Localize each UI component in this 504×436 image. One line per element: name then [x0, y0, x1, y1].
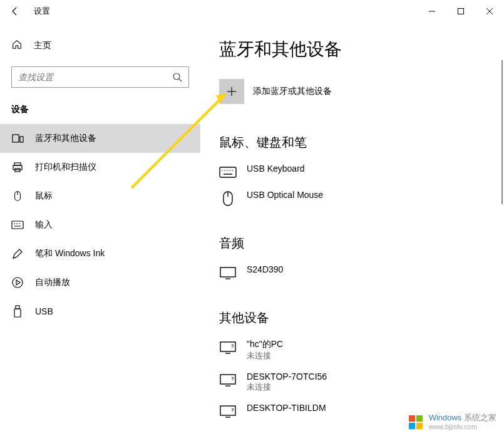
- watermark-text: 系统之家: [464, 413, 496, 422]
- watermark-url: www.bjjmlv.com: [429, 423, 496, 431]
- sidebar-item-autoplay[interactable]: 自动播放: [0, 268, 200, 297]
- svg-rect-34: [220, 342, 235, 351]
- svg-rect-44: [409, 423, 415, 429]
- home-icon: [11, 39, 23, 53]
- monitor-icon: [219, 266, 237, 281]
- svg-rect-1: [458, 9, 464, 14]
- search-input[interactable]: [18, 72, 172, 82]
- svg-rect-43: [416, 415, 423, 422]
- keyboard-icon: [11, 219, 24, 231]
- sidebar-item-pen[interactable]: 笔和 Windows Ink: [0, 239, 200, 268]
- sidebar-item-label: 鼠标: [35, 190, 53, 202]
- watermark-text: Windows: [429, 413, 462, 422]
- svg-rect-8: [14, 163, 21, 165]
- svg-rect-6: [13, 135, 19, 142]
- main-content: 蓝牙和其他设备 添加蓝牙或其他设备 鼠标、键盘和笔 USB Keyboard: [200, 23, 504, 436]
- device-name: DESKTOP-7OTCI56: [247, 371, 327, 382]
- sidebar-item-typing[interactable]: 输入: [0, 210, 200, 239]
- section-title: 音频: [219, 235, 485, 252]
- watermark: Windows 系统之家 www.bjjmlv.com: [408, 413, 496, 431]
- search-box[interactable]: [11, 66, 189, 88]
- pc-icon: [219, 404, 237, 419]
- back-button[interactable]: [8, 4, 23, 19]
- pc-icon: [219, 340, 237, 355]
- sidebar-item-bluetooth[interactable]: 蓝牙和其他设备: [0, 124, 200, 153]
- svg-rect-20: [14, 309, 21, 317]
- section-mouse-keyboard: 鼠标、键盘和笔 USB Keyboard USB Optical Mouse: [219, 134, 485, 211]
- sidebar-item-label: 蓝牙和其他设备: [35, 133, 96, 144]
- keyboard-icon: [219, 165, 237, 180]
- home-label: 主页: [34, 40, 51, 51]
- svg-rect-23: [220, 167, 236, 177]
- device-status: 未连接: [247, 350, 283, 361]
- svg-point-25: [224, 170, 225, 171]
- search-icon: [172, 72, 182, 82]
- svg-point-27: [229, 170, 230, 171]
- device-status: 未连接: [247, 382, 327, 393]
- svg-line-5: [179, 79, 182, 81]
- device-item[interactable]: USB Keyboard: [219, 158, 485, 185]
- mouse-icon: [219, 191, 237, 206]
- sidebar: 主页 设备 蓝牙和其他设备 打印机和扫描仪 鼠标: [0, 23, 200, 436]
- device-name: DESKTOP-TIBILDM: [247, 403, 326, 413]
- page-title: 蓝牙和其他设备: [219, 38, 485, 61]
- svg-point-4: [173, 73, 180, 80]
- sidebar-item-label: USB: [35, 306, 53, 316]
- sidebar-item-label: 自动播放: [35, 277, 70, 288]
- device-item[interactable]: S24D390: [219, 259, 485, 286]
- scrollbar[interactable]: [501, 60, 503, 204]
- section-title: 其他设备: [219, 309, 485, 326]
- section-title: 鼠标、键盘和笔: [219, 134, 485, 151]
- svg-point-18: [13, 278, 23, 288]
- maximize-button[interactable]: [446, 1, 475, 21]
- section-other: 其他设备 "hc"的PC 未连接 DESKTOP-7OTCI56 未连接: [219, 309, 485, 424]
- svg-rect-13: [12, 221, 23, 229]
- close-button[interactable]: [475, 1, 504, 21]
- svg-point-28: [232, 170, 233, 171]
- sidebar-item-label: 打印机和扫描仪: [35, 162, 96, 173]
- device-item[interactable]: "hc"的PC 未连接: [219, 334, 485, 366]
- svg-rect-32: [220, 267, 235, 277]
- svg-rect-7: [20, 137, 23, 142]
- device-item[interactable]: USB Optical Mouse: [219, 185, 485, 211]
- sidebar-item-printers[interactable]: 打印机和扫描仪: [0, 153, 200, 182]
- svg-point-26: [227, 170, 228, 171]
- pen-icon: [11, 247, 24, 260]
- add-device-label: 添加蓝牙或其他设备: [253, 86, 332, 97]
- device-name: "hc"的PC: [247, 339, 283, 350]
- printer-icon: [11, 161, 24, 174]
- section-audio: 音频 S24D390: [219, 235, 485, 286]
- plus-icon: [219, 79, 244, 104]
- pc-icon: [219, 373, 237, 388]
- sidebar-item-usb[interactable]: USB: [0, 297, 200, 326]
- window-controls: [418, 1, 504, 21]
- svg-point-24: [222, 170, 223, 171]
- bluetooth-devices-icon: [11, 132, 24, 145]
- device-name: USB Keyboard: [247, 164, 305, 174]
- sidebar-item-label: 笔和 Windows Ink: [35, 248, 105, 259]
- sidebar-section-label: 设备: [0, 99, 200, 124]
- minimize-button[interactable]: [418, 1, 446, 21]
- device-name: USB Optical Mouse: [247, 190, 323, 200]
- svg-rect-19: [16, 306, 19, 309]
- window-title: 设置: [34, 6, 50, 17]
- device-name: S24D390: [247, 264, 283, 274]
- svg-rect-38: [220, 406, 235, 415]
- mouse-icon: [11, 190, 24, 202]
- device-item[interactable]: DESKTOP-7OTCI56 未连接: [219, 366, 485, 398]
- add-device-button[interactable]: 添加蓝牙或其他设备: [219, 79, 485, 104]
- svg-rect-9: [13, 165, 22, 170]
- svg-rect-42: [409, 415, 415, 422]
- usb-icon: [11, 305, 24, 318]
- svg-rect-36: [220, 375, 235, 384]
- sidebar-item-mouse[interactable]: 鼠标: [0, 182, 200, 210]
- windows-logo-icon: [408, 414, 424, 430]
- svg-rect-45: [416, 423, 423, 429]
- home-nav[interactable]: 主页: [0, 34, 200, 58]
- sidebar-item-label: 输入: [35, 219, 53, 231]
- autoplay-icon: [11, 276, 24, 289]
- titlebar: 设置: [0, 0, 504, 23]
